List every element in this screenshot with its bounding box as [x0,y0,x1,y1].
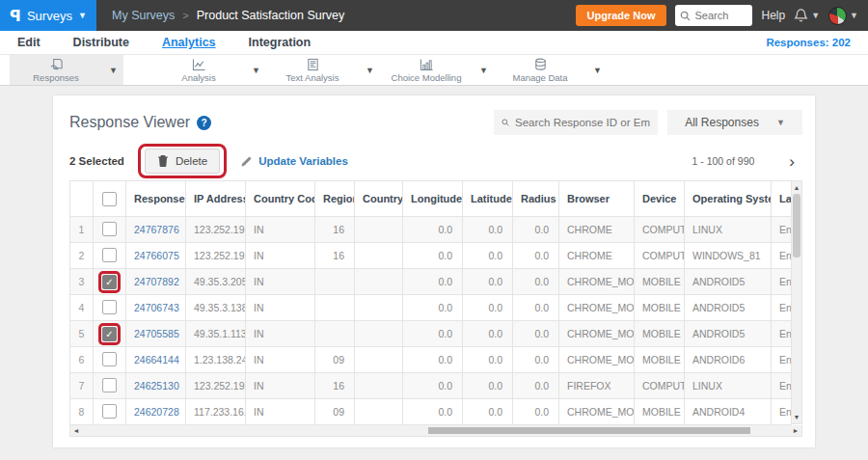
chevron-down-icon[interactable]: ▼ [245,55,266,85]
cell-latitude: 0.0 [463,295,513,321]
help-link[interactable]: Help [761,9,785,22]
cell-response_id[interactable]: 24766075 [126,243,186,269]
cell-latitude: 0.0 [463,269,513,295]
cell-longitude: 0.0 [403,399,463,425]
cell-os: WINDOWS_81 [685,243,772,269]
row-checkbox[interactable] [102,404,117,419]
cell-ip: 1.23.138.24 [186,347,246,373]
chevron-down-icon[interactable]: ▼ [102,55,123,85]
header-operating-system[interactable]: Operating System [685,181,772,217]
cell-longitude: 0.0 [403,243,463,269]
header-language[interactable]: Lan [772,181,792,217]
cell-response_id[interactable]: 24620728 [126,399,186,425]
header-region[interactable]: Region [315,181,355,217]
tab-integration[interactable]: Integration [249,36,312,49]
cell-country_code: IN [246,399,315,425]
row-checkbox[interactable] [102,352,117,366]
row-number: 5 [70,321,94,347]
ribbon-manage-data[interactable]: Manage Data ▼ [494,55,608,85]
topbar: P Surveys ▼ My Surveys > Product Satisfa… [0,0,868,31]
ribbon-responses[interactable]: Responses ▼ [10,55,123,85]
cell-response_id[interactable]: 24664144 [126,347,186,373]
scroll-up-icon[interactable]: ▲ [792,181,801,194]
header-row-number [70,181,94,217]
row-checkbox[interactable]: ✓ [102,275,117,289]
cell-latitude: 0.0 [463,217,513,243]
vertical-scrollbar-thumb[interactable] [793,194,800,257]
chevron-down-icon[interactable]: ▼ [359,55,380,85]
delete-button-label: Delete [176,155,207,167]
row-checkbox[interactable]: ✓ [102,327,117,341]
cell-lang: Eng [772,373,792,399]
table-body: 124767876123.252.193.148IN160.00.00.0CHR… [70,217,792,425]
cell-country [355,269,403,295]
scroll-left-icon[interactable]: ◄ [70,427,82,434]
tab-analytics[interactable]: Analytics [162,36,216,49]
header-latitude[interactable]: Latitude [463,181,513,217]
row-checkbox[interactable] [102,378,117,392]
horizontal-scrollbar[interactable]: ◄ ► [69,425,802,437]
account-menu[interactable]: ▼ [828,7,858,25]
delete-button[interactable]: Delete [145,149,220,174]
cell-country [355,399,403,425]
cell-response_id[interactable]: 24767876 [126,217,186,243]
surveys-menu[interactable]: P Surveys ▼ [0,0,96,31]
header-country-code[interactable]: Country Code [246,181,315,217]
row-checkbox[interactable] [102,248,117,262]
scroll-right-icon[interactable]: ► [790,427,801,434]
cell-response_id[interactable]: 24707892 [126,269,186,295]
vertical-scrollbar[interactable]: ▲ ▼ [792,180,802,424]
header-device[interactable]: Device [635,181,685,217]
cell-latitude: 0.0 [463,399,513,425]
survey-nav: Edit Distribute Analytics Integration Re… [0,31,868,54]
select-all-checkbox[interactable] [102,192,117,206]
global-search[interactable] [675,5,752,26]
update-variables-button[interactable]: Update Variables [240,155,348,168]
cell-response_id[interactable]: 24705585 [126,321,186,347]
cell-response_id[interactable]: 24625130 [126,373,186,399]
table-header-row: Response ID▲ IP Address Country Code Reg… [70,181,792,217]
response-filter-value: All Responses [685,116,759,129]
horizontal-scrollbar-thumb[interactable] [428,427,750,434]
cell-response_id[interactable]: 24706743 [126,295,186,321]
analytics-ribbon: Responses ▼ Analysis ▼ Text Analysis ▼ C… [0,54,868,86]
table-row: 124767876123.252.193.148IN160.00.00.0CHR… [70,217,792,243]
cell-country_code: IN [246,347,315,373]
cell-latitude: 0.0 [463,373,513,399]
ribbon-choice-modelling[interactable]: Choice Modelling ▼ [380,55,494,85]
ribbon-analysis[interactable]: Analysis ▼ [152,55,266,85]
cell-os: LINUX [685,373,772,399]
row-checkbox[interactable] [102,300,117,314]
scroll-down-icon[interactable]: ▼ [792,411,801,423]
cell-device: MOBILE [635,347,685,373]
response-filter-dropdown[interactable]: All Responses ▼ [667,110,802,135]
cell-device: COMPUTER [635,373,685,399]
header-ip-address[interactable]: IP Address [186,181,246,217]
header-country[interactable]: Country [355,181,403,217]
header-response-id[interactable]: Response ID▲ [126,181,186,217]
responses-count[interactable]: Responses: 202 [766,37,851,48]
notifications-menu[interactable]: ▼ [794,8,820,23]
cell-device: MOBILE [635,399,685,425]
cell-device: MOBILE [635,269,685,295]
header-browser[interactable]: Browser [559,181,635,217]
next-page-icon[interactable]: › [789,153,795,170]
chevron-down-icon[interactable]: ▼ [473,55,494,85]
ribbon-manage-data-label: Manage Data [512,72,567,83]
response-search-input[interactable] [515,117,650,128]
global-search-input[interactable] [694,10,747,21]
row-checkbox[interactable] [102,222,117,236]
ribbon-text-analysis[interactable]: Text Analysis ▼ [266,55,380,85]
tab-distribute[interactable]: Distribute [73,36,129,49]
tab-edit[interactable]: Edit [17,36,41,49]
chevron-down-icon[interactable]: ▼ [586,55,608,85]
header-longitude[interactable]: Longitude [403,181,463,217]
table-row: 3✓2470789249.35.3.205IN0.00.00.0CHROME_M… [70,269,792,295]
help-icon[interactable]: ? [197,116,211,130]
breadcrumb-my-surveys[interactable]: My Surveys [112,9,175,22]
header-radius[interactable]: Radius [513,181,559,217]
row-number: 6 [70,347,94,373]
response-search[interactable] [494,110,658,135]
upgrade-now-button[interactable]: Upgrade Now [576,5,667,26]
cell-ip: 123.252.193.148 [186,217,246,243]
